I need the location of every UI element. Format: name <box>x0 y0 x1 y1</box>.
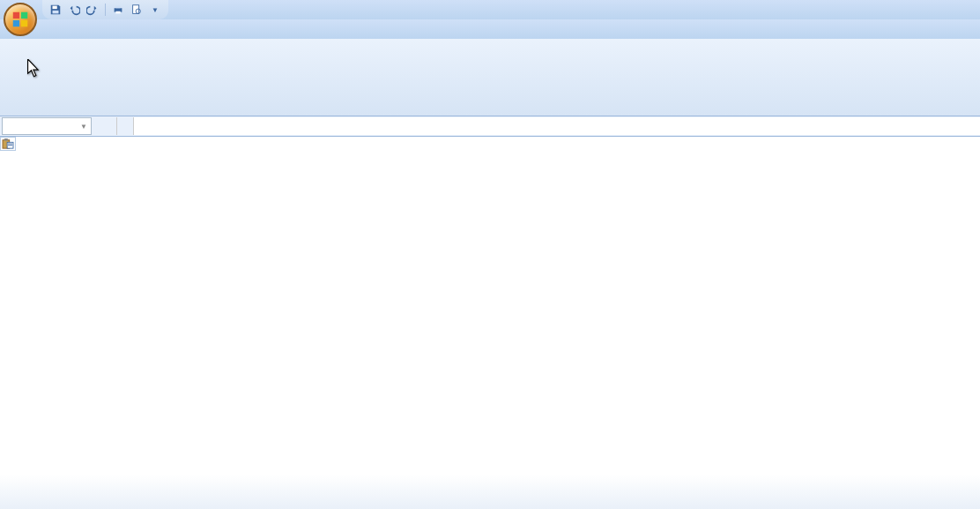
redo-icon[interactable] <box>85 2 100 18</box>
worksheet-grid[interactable] <box>0 137 980 509</box>
svg-rect-3 <box>21 20 27 26</box>
qat-customize-icon[interactable]: ▼ <box>147 2 163 18</box>
ribbon-tabs <box>0 19 980 39</box>
svg-rect-8 <box>115 11 120 14</box>
title-bar: ▼ <box>0 0 980 19</box>
svg-rect-2 <box>13 20 19 26</box>
qat-preview-icon[interactable] <box>129 2 145 18</box>
qat-print-icon[interactable] <box>110 2 126 18</box>
ribbon <box>0 39 980 116</box>
fx-icon[interactable] <box>116 117 134 135</box>
formula-bar: ▼ <box>0 116 980 137</box>
name-box[interactable]: ▼ <box>2 117 92 135</box>
svg-rect-0 <box>13 12 19 19</box>
office-button[interactable] <box>4 3 37 36</box>
save-icon[interactable] <box>48 2 63 18</box>
svg-rect-12 <box>4 138 8 141</box>
undo-icon[interactable] <box>66 2 82 18</box>
paste-options-icon[interactable] <box>0 137 16 151</box>
svg-rect-4 <box>53 6 57 10</box>
svg-rect-1 <box>21 12 27 19</box>
svg-rect-7 <box>115 6 120 9</box>
name-box-dropdown-icon[interactable]: ▼ <box>80 123 87 131</box>
quick-access-toolbar: ▼ <box>42 0 168 19</box>
formula-input[interactable] <box>134 117 980 135</box>
svg-rect-5 <box>53 11 59 14</box>
